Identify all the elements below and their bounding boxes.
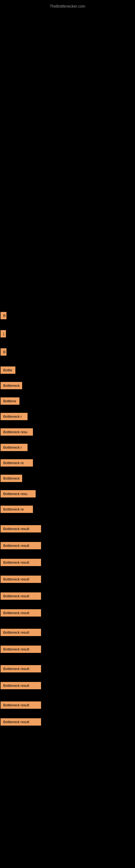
bottleneck-item-15: Bottleneck result — [1, 542, 41, 549]
bottleneck-item-9: Bottleneck r — [1, 444, 28, 451]
bottleneck-item-8: Bottleneck resu — [1, 428, 33, 436]
bottleneck-item-19: Bottleneck result — [1, 609, 41, 617]
bottleneck-item-16: Bottleneck result — [1, 559, 41, 566]
bottleneck-item-24: Bottleneck result — [1, 702, 41, 709]
bottleneck-item-25: Bottleneck result — [1, 718, 41, 725]
bottleneck-item-12: Bottleneck resu — [1, 490, 36, 497]
bottleneck-item-2: | — [1, 330, 6, 337]
bottleneck-item-22: Bottleneck result — [1, 665, 41, 673]
bottleneck-items-container: B|BBottleBottleneckBottleneBottleneck rB… — [0, 312, 135, 726]
bottleneck-item-7: Bottleneck r — [1, 413, 28, 420]
bottleneck-item-11: Bottleneck — [1, 475, 22, 482]
bottleneck-item-18: Bottleneck result — [1, 592, 41, 600]
bottleneck-item-1: B — [1, 312, 6, 319]
bottleneck-item-21: Bottleneck result — [1, 646, 41, 653]
main-content: TheBottlenecker.com B|BBottleBottleneckB… — [0, 0, 135, 868]
bottleneck-item-4: Bottle — [1, 367, 15, 374]
bottleneck-item-3: B — [1, 348, 6, 355]
bottleneck-item-17: Bottleneck result — [1, 576, 41, 583]
bottleneck-item-6: Bottlene — [1, 397, 19, 405]
bottleneck-item-14: Bottleneck result — [1, 525, 41, 532]
bottleneck-item-5: Bottleneck — [1, 382, 22, 389]
bottleneck-item-23: Bottleneck result — [1, 682, 41, 689]
bottleneck-item-20: Bottleneck result — [1, 629, 41, 636]
site-title: TheBottlenecker.com — [0, 1, 135, 11]
bottleneck-item-10: Bottleneck re — [1, 459, 33, 467]
bottleneck-item-13: Bottleneck re — [1, 506, 33, 513]
